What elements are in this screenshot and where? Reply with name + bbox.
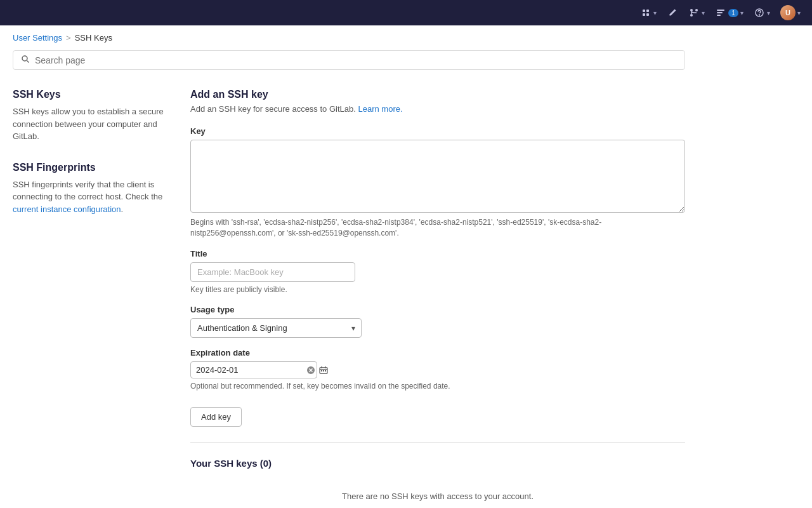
expiration-calendar-button[interactable] — [319, 366, 328, 375]
avatar-chevron: ▾ — [797, 10, 801, 17]
key-textarea[interactable] — [190, 140, 685, 213]
svg-point-5 — [695, 9, 698, 11]
nav-merge[interactable]: ▾ — [684, 4, 709, 21]
sidebar-ssh-keys-desc: SSH keys allow you to establish a secure… — [13, 105, 165, 143]
breadcrumb-parent[interactable]: User Settings — [13, 33, 62, 43]
top-navigation: ▾ ▾ 1 ▾ — [0, 0, 812, 25]
svg-rect-16 — [323, 370, 324, 371]
avatar: U — [780, 5, 796, 20]
help-icon — [754, 7, 765, 18]
no-keys-message: There are no SSH keys with access to you… — [190, 479, 685, 508]
add-key-button[interactable]: Add key — [190, 407, 242, 427]
svg-rect-3 — [646, 13, 649, 16]
breadcrumb-current: SSH Keys — [75, 33, 112, 43]
expiration-date-wrapper — [190, 361, 317, 378]
merge-icon — [688, 7, 700, 18]
sidebar: SSH Keys SSH keys allow you to establish… — [13, 83, 165, 508]
svg-rect-2 — [643, 13, 645, 16]
todo-chevron: ▾ — [740, 10, 743, 17]
svg-rect-7 — [717, 10, 724, 11]
svg-rect-15 — [321, 370, 322, 371]
content-area: Add an SSH key Add an SSH key for secure… — [190, 83, 685, 508]
svg-rect-1 — [646, 10, 649, 12]
title-input[interactable] — [190, 262, 355, 282]
key-label: Key — [190, 126, 685, 136]
usage-type-label: Usage type — [190, 305, 685, 314]
key-form-group: Key Begins with 'ssh-rsa', 'ecdsa-sha2-n… — [190, 126, 685, 239]
title-label: Title — [190, 249, 685, 258]
search-container — [0, 50, 698, 83]
svg-rect-17 — [325, 370, 326, 371]
sidebar-fingerprints-title: SSH Fingerprints — [13, 162, 165, 173]
search-icon — [21, 55, 30, 65]
nav-pencil[interactable] — [663, 4, 682, 21]
breadcrumb-separator: > — [66, 33, 71, 43]
svg-point-11 — [759, 15, 760, 15]
sidebar-fingerprints-text2: . — [121, 204, 124, 214]
nav-help[interactable]: ▾ — [750, 4, 774, 21]
add-ssh-key-subtitle: Add an SSH key for secure access to GitL… — [190, 104, 685, 114]
title-hint: Key titles are publicly visible. — [190, 284, 685, 295]
expiration-date-input[interactable] — [196, 365, 303, 375]
add-ssh-key-title: Add an SSH key — [190, 89, 685, 100]
todo-badge: 1 — [728, 9, 738, 17]
sidebar-fingerprints-text1: SSH fingerprints verify that the client … — [13, 180, 162, 202]
expiration-label: Expiration date — [190, 348, 685, 358]
your-ssh-keys-title: Your SSH keys (0) — [190, 458, 685, 469]
plus-chevron: ▾ — [653, 10, 657, 17]
plus-icon — [640, 7, 652, 18]
search-box — [13, 50, 685, 70]
usage-type-select-wrapper: Authentication & Signing Authentication … — [190, 318, 362, 338]
usage-type-select[interactable]: Authentication & Signing Authentication … — [190, 318, 362, 338]
current-instance-link[interactable]: current instance configuration — [13, 204, 121, 214]
learn-more-link[interactable]: Learn more. — [358, 104, 402, 114]
main-container: SSH Keys SSH keys allow you to establish… — [0, 83, 698, 508]
help-chevron: ▾ — [767, 10, 770, 17]
expiration-form-group: Expiration date — [190, 348, 685, 392]
todo-icon — [715, 7, 726, 18]
nav-todo[interactable]: 1 ▾ — [711, 4, 747, 21]
merge-chevron: ▾ — [702, 10, 705, 17]
expiration-hint: Optional but recommended. If set, key be… — [190, 381, 685, 392]
svg-point-12 — [22, 56, 27, 61]
add-ssh-key-subtitle-text: Add an SSH key for secure access to GitL… — [190, 104, 356, 114]
svg-point-4 — [690, 9, 693, 11]
title-form-group: Title Key titles are publicly visible. — [190, 249, 685, 295]
sidebar-ssh-keys-title: SSH Keys — [13, 89, 165, 100]
sidebar-fingerprints-desc: SSH fingerprints verify that the client … — [13, 178, 165, 216]
svg-point-6 — [690, 14, 693, 17]
svg-rect-8 — [717, 12, 723, 13]
section-divider — [190, 442, 685, 443]
search-input[interactable] — [35, 55, 677, 65]
expiration-clear-button[interactable] — [306, 366, 315, 375]
nav-avatar[interactable]: U ▾ — [776, 3, 804, 23]
svg-rect-9 — [717, 15, 721, 16]
nav-plus[interactable]: ▾ — [636, 4, 660, 21]
pencil-icon — [667, 7, 678, 18]
breadcrumb: User Settings > SSH Keys — [0, 25, 812, 50]
key-hint: Begins with 'ssh-rsa', 'ecdsa-sha2-nistp… — [190, 217, 685, 239]
usage-type-form-group: Usage type Authentication & Signing Auth… — [190, 305, 685, 338]
svg-rect-0 — [643, 10, 645, 12]
